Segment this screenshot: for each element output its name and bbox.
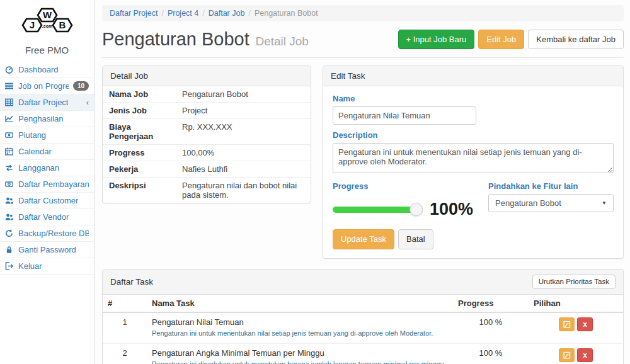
sidebar-item-daftar-customer[interactable]: Daftar Customer	[0, 192, 94, 208]
sidebar-item-label: Keluar	[18, 261, 42, 271]
detail-row: Jenis Job Project	[103, 103, 311, 119]
sidebar-item-daftar-project[interactable]: Daftar Project ‹	[0, 94, 94, 110]
sidebar-item-label: Dashboard	[18, 65, 59, 74]
description-label: Description	[333, 130, 614, 140]
chevron-left-icon: ‹	[86, 98, 89, 107]
refresh-icon	[5, 230, 14, 237]
breadcrumb-daftar-project[interactable]: Daftar Project	[110, 9, 158, 18]
edit-task-button[interactable]	[559, 348, 575, 362]
payment-icon	[5, 181, 14, 188]
move-feature-select[interactable]: Pengaturan Bobot ▼	[488, 194, 614, 212]
page-subtitle: Detail Job	[255, 35, 309, 48]
task-list-icon	[5, 82, 14, 90]
svg-text:B: B	[59, 20, 66, 30]
sidebar: W J B .com Free PMO Dashboard Job on Pro…	[0, 0, 94, 364]
sidebar-item-daftar-vendor[interactable]: Daftar Vendor	[0, 208, 94, 225]
sidebar-item-label: Daftar Vendor	[18, 212, 69, 222]
task-name-input[interactable]	[333, 106, 476, 125]
app-logo: W J B .com Free PMO	[0, 0, 94, 55]
table-icon	[5, 99, 14, 106]
task-description: Pengaturan ini untuk menentukan nilai se…	[152, 329, 448, 339]
sidebar-item-label: Calendar	[18, 147, 52, 156]
page-header: Pengaturan Bobot Detail Job + Input Job …	[102, 29, 624, 58]
line-chart-icon	[5, 115, 14, 123]
sidebar-item-daftar-pembayaran[interactable]: Daftar Pembayaran	[0, 176, 94, 192]
main-content: Daftar Project/Project 4/Daftar Job/Peng…	[94, 0, 630, 364]
sidebar-item-label: Piutang	[18, 130, 46, 140]
detail-row: Pekerja Nafies Luthfi	[103, 161, 311, 178]
progress-percent: 100%	[430, 200, 473, 219]
batal-button[interactable]: Batal	[398, 229, 433, 249]
input-job-baru-button[interactable]: + Input Job Baru	[398, 30, 475, 50]
detail-row: Biaya Pengerjaan Rp. XXX.XXX	[103, 119, 311, 145]
edit-job-button[interactable]: Edit Job	[478, 30, 524, 50]
x-icon: x	[583, 320, 587, 329]
sidebar-item-label: Backup/Restore DB	[18, 229, 89, 238]
task-progress: 100 %	[453, 344, 529, 364]
urutkan-prioritas-button-top[interactable]: Urutkan Prioritas Task	[532, 275, 616, 290]
sidebar-item-job-on-progress[interactable]: Job on Progress 10	[0, 77, 94, 94]
update-task-button[interactable]: Update Task	[333, 229, 394, 249]
jwb-logo-icon: W J B .com	[18, 5, 77, 40]
sidebar-item-label: Daftar Customer	[18, 196, 78, 205]
daftar-task-title: Daftar Task	[110, 277, 153, 287]
sidebar-item-label: Daftar Pembayaran	[18, 179, 89, 189]
retweet-icon	[5, 164, 14, 172]
table-row: 1 Pengaturan Nilai Temuan Pengaturan ini…	[103, 312, 623, 343]
job-count-badge: 10	[73, 81, 89, 91]
sidebar-menu: Dashboard Job on Progress 10 Daftar Proj…	[0, 62, 94, 279]
svg-text:W: W	[42, 9, 52, 20]
sidebar-item-backup-restore[interactable]: Backup/Restore DB	[0, 225, 94, 241]
breadcrumb-current: Pengaturan Bobot	[255, 9, 318, 18]
breadcrumb-daftar-job[interactable]: Daftar Job	[209, 9, 245, 18]
detail-job-title: Detail Job	[103, 66, 311, 86]
sidebar-item-dashboard[interactable]: Dashboard	[0, 62, 94, 77]
sidebar-item-ganti-password[interactable]: Ganti Password	[0, 241, 94, 258]
pencil-square-icon	[563, 321, 571, 328]
kembali-button[interactable]: Kembali ke daftar Job	[528, 30, 624, 50]
task-name: Pengaturan Angka Minimal Temuan per Ming…	[152, 348, 448, 358]
table-row: 2 Pengaturan Angka Minimal Temuan per Mi…	[103, 344, 623, 364]
progress-slider[interactable]	[333, 207, 416, 213]
sidebar-item-keluar[interactable]: Keluar	[0, 258, 94, 274]
sidebar-item-langganan[interactable]: Langganan	[0, 159, 94, 176]
breadcrumb-project-4[interactable]: Project 4	[168, 9, 198, 18]
task-table: # Nama Task Progress Pilihan 1 Pengatura…	[103, 295, 623, 364]
edit-task-button[interactable]	[559, 317, 575, 331]
sidebar-item-piutang[interactable]: Piutang	[0, 127, 94, 143]
detail-row: Nama Job Pengaturan Bobot	[103, 86, 311, 103]
delete-task-button[interactable]: x	[577, 348, 593, 362]
detail-job-panel: Detail Job Nama Job Pengaturan Bobot Jen…	[102, 65, 311, 203]
task-name: Pengaturan Nilai Temuan	[152, 317, 448, 327]
sidebar-item-label: Penghasilan	[18, 114, 64, 123]
col-header-name: Nama Task	[147, 295, 453, 312]
slider-handle[interactable]	[410, 203, 423, 216]
detail-row: Deskripsi Pengaturan nilai dan bobot nil…	[103, 178, 311, 203]
sign-out-icon	[5, 263, 14, 270]
page-title: Pengaturan Bobot	[102, 29, 249, 49]
task-description: Pengaturan ini diperlukan untuk menetuka…	[152, 360, 448, 364]
lock-icon	[5, 246, 14, 254]
calendar-icon	[5, 148, 14, 156]
task-progress: 100 %	[453, 312, 529, 343]
users-icon	[5, 197, 14, 205]
move-feature-label: Pindahkan ke Fitur lain	[488, 181, 614, 191]
users-icon	[5, 213, 14, 221]
delete-task-button[interactable]: x	[577, 317, 593, 331]
sidebar-item-label: Daftar Project	[18, 98, 68, 107]
daftar-task-panel: Daftar Task Urutkan Prioritas Task # Nam…	[102, 269, 624, 364]
sidebar-item-label: Langganan	[18, 163, 59, 173]
sidebar-item-calendar[interactable]: Calendar	[0, 143, 94, 159]
col-header-actions: Pilihan	[529, 295, 623, 312]
svg-text:J: J	[29, 20, 34, 30]
progress-label: Progress	[333, 181, 473, 191]
col-header-no: #	[103, 295, 147, 312]
svg-text:.com: .com	[42, 24, 52, 28]
task-description-textarea[interactable]: Pengaturan ini untuk menentukan nilai se…	[333, 143, 614, 173]
name-label: Name	[333, 94, 614, 103]
pencil-square-icon	[563, 351, 571, 359]
sidebar-item-penghasilan[interactable]: Penghasilan	[0, 110, 94, 127]
money-icon	[5, 132, 14, 139]
edit-task-title: Edit Task	[323, 66, 623, 86]
x-icon: x	[583, 351, 587, 360]
